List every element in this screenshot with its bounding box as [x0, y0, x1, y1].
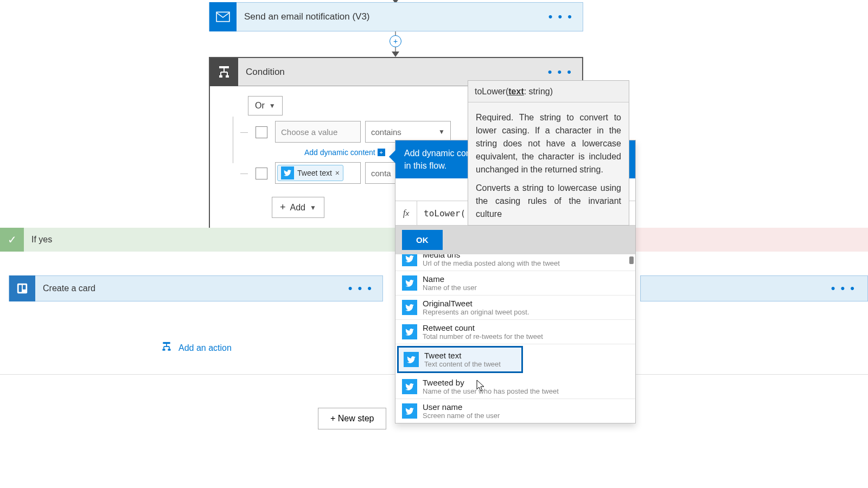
svg-rect-8: [163, 349, 165, 350]
check-icon: ✓: [0, 228, 24, 252]
create-card-menu-icon[interactable]: • • •: [348, 281, 373, 296]
mail-icon: [209, 2, 237, 31]
tooltip-description-text: Converts a string to lowercase using the…: [468, 179, 629, 225]
list-item[interactable]: OriginalTweetRepresents an original twee…: [395, 296, 635, 320]
dynamic-content-list[interactable]: Media urlsUrl of the media posted along …: [395, 254, 635, 423]
condition-title: Condition: [238, 67, 285, 78]
add-an-action-link[interactable]: Add an action: [160, 342, 232, 355]
ok-button[interactable]: OK: [402, 230, 443, 250]
list-item-tweet-text[interactable]: Tweet textText content of the tweet: [397, 346, 523, 373]
value-input[interactable]: Choose a value: [275, 121, 361, 143]
condition-mini-icon: [160, 342, 173, 355]
chevron-down-icon: ▼: [269, 102, 276, 110]
list-item[interactable]: Retweet countTotal number of re-tweets f…: [395, 320, 635, 344]
function-tooltip: toLower(text: string) Required. The stri…: [468, 80, 629, 226]
trello-icon: [9, 275, 35, 301]
svg-rect-0: [216, 12, 229, 21]
remove-token-icon[interactable]: ×: [335, 169, 340, 177]
tooltip-signature: toLower(text: string): [468, 81, 629, 102]
list-item[interactable]: NameName of the user: [395, 271, 635, 296]
card-menu-icon[interactable]: • • •: [831, 281, 856, 296]
svg-rect-7: [163, 342, 170, 344]
popover-pointer: [389, 150, 395, 163]
create-card-step[interactable]: Create a card • • •: [9, 275, 383, 301]
twitter-icon: [402, 403, 417, 419]
fx-icon: fx: [395, 201, 417, 225]
chevron-down-icon: ▼: [310, 204, 316, 211]
if-yes-label: If yes: [31, 235, 52, 245]
value-input[interactable]: Tweet text ×: [275, 162, 361, 184]
email-step-menu-icon[interactable]: • • •: [548, 10, 573, 24]
plus-icon: +: [378, 149, 385, 156]
plus-icon: +: [280, 202, 286, 213]
if-yes-branch[interactable]: ✓ If yes: [0, 228, 396, 252]
scrollbar-thumb[interactable]: [629, 256, 634, 264]
if-no-action-card[interactable]: • • •: [640, 275, 868, 301]
condition-menu-icon[interactable]: • • •: [548, 65, 572, 79]
twitter-icon: [281, 166, 294, 179]
or-label: Or: [255, 101, 265, 111]
twitter-icon: [404, 352, 419, 367]
new-step-button[interactable]: + New step: [318, 408, 386, 429]
svg-rect-1: [219, 75, 222, 78]
create-card-title: Create a card: [35, 284, 95, 293]
email-step-title: Send an email notification (V3): [237, 11, 370, 22]
tooltip-required-text: Required. The string to convert to lower…: [468, 102, 629, 179]
twitter-icon: [402, 254, 417, 266]
svg-rect-3: [219, 66, 229, 68]
twitter-icon: [402, 300, 417, 315]
condition-row-checkbox[interactable]: [256, 168, 267, 179]
svg-rect-6: [23, 285, 25, 290]
add-condition-button[interactable]: + Add ▼: [272, 197, 324, 218]
tweet-text-token[interactable]: Tweet text ×: [277, 165, 343, 181]
twitter-icon: [402, 379, 417, 394]
cursor-icon: [475, 380, 486, 394]
operator-select[interactable]: contains▼: [365, 121, 451, 143]
email-step-card[interactable]: Send an email notification (V3) • • •: [209, 2, 583, 31]
condition-row-checkbox[interactable]: [256, 126, 267, 138]
twitter-icon: [402, 275, 417, 291]
svg-rect-2: [226, 75, 229, 78]
twitter-icon: [402, 324, 417, 339]
list-item[interactable]: Tweeted byName of the user who has poste…: [395, 375, 635, 399]
svg-rect-5: [19, 285, 22, 292]
condition-icon: [210, 58, 238, 86]
or-group-selector[interactable]: Or ▼: [248, 96, 283, 115]
list-item[interactable]: Media urlsUrl of the media posted along …: [395, 254, 635, 271]
svg-rect-9: [168, 349, 171, 350]
chevron-down-icon: ▼: [438, 128, 445, 136]
list-item[interactable]: User nameScreen name of the user: [395, 399, 635, 423]
add-step-icon[interactable]: +: [390, 35, 401, 47]
if-no-branch[interactable]: [635, 228, 868, 252]
